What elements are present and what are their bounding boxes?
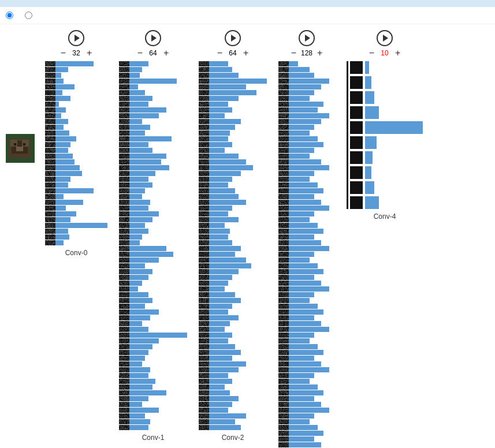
bar-row — [129, 125, 187, 130]
bar-row — [129, 309, 187, 315]
stepper-minus-2[interactable]: − — [216, 48, 224, 58]
bar-row — [129, 350, 187, 355]
filter-thumb — [278, 384, 289, 390]
bar-row — [289, 246, 335, 251]
bar-row — [209, 130, 267, 136]
filter-thumb — [278, 177, 289, 182]
bar-fill — [289, 61, 298, 66]
bar-row — [209, 194, 267, 199]
bar-fill — [129, 321, 142, 326]
filter-thumb — [119, 182, 129, 188]
bar-fill — [289, 136, 318, 141]
bar-fill — [129, 413, 145, 419]
stepper-plus-1[interactable]: + — [162, 48, 170, 58]
filter-thumb — [278, 269, 289, 274]
filter-thumb — [199, 61, 209, 66]
bar-row — [55, 194, 107, 199]
stepper-minus-1[interactable]: − — [136, 48, 144, 58]
filter-thumb — [278, 373, 289, 378]
bar-fill — [209, 217, 239, 222]
bar-row — [55, 223, 107, 228]
bar-row — [209, 200, 267, 205]
play-button-0[interactable] — [68, 30, 84, 46]
bar-row — [289, 338, 335, 344]
bar-row — [209, 102, 267, 107]
filter-thumb — [199, 350, 209, 355]
activation-sum-option[interactable] — [6, 12, 16, 19]
bar-fill — [55, 188, 94, 193]
bar-fill — [129, 298, 152, 303]
bar-fill — [55, 119, 68, 124]
bar-fill — [55, 165, 80, 170]
bar-row — [209, 246, 267, 251]
filter-thumb — [119, 119, 129, 124]
stepper-plus-2[interactable]: + — [242, 48, 250, 58]
bar-fill — [289, 119, 321, 124]
filter-thumb — [119, 136, 129, 141]
bar-row — [289, 206, 335, 211]
bar-fill — [55, 206, 66, 211]
filter-thumb — [278, 425, 289, 430]
filter-thumb — [199, 206, 209, 211]
bar-fill — [209, 61, 228, 66]
bar-fill — [289, 252, 314, 257]
bars-col-3 — [289, 61, 335, 448]
bar-row — [55, 182, 107, 188]
stepper-plus-4[interactable]: + — [394, 48, 401, 58]
filter-thumb — [199, 315, 209, 320]
filter-thumb — [199, 154, 209, 159]
bar-fill — [209, 281, 228, 286]
play-button-2[interactable] — [225, 30, 241, 46]
stepper-minus-0[interactable]: − — [59, 48, 67, 58]
filter-thumb — [199, 304, 209, 309]
bar-row — [289, 269, 335, 274]
bar-row — [55, 136, 107, 141]
conv4-bar-row — [350, 106, 423, 119]
filter-thumb — [45, 125, 55, 130]
bar-fill — [289, 390, 323, 395]
bar-row — [129, 96, 187, 101]
bar-row — [55, 229, 107, 234]
bar-row — [289, 96, 335, 101]
bar-fill — [55, 177, 70, 182]
bar-fill — [209, 425, 241, 430]
filter-square — [350, 181, 363, 194]
bar-fill — [129, 84, 138, 89]
filter-gradient-option[interactable] — [25, 12, 35, 19]
stepper-minus-4[interactable]: − — [368, 48, 375, 58]
bar-row — [209, 275, 267, 280]
filter-thumb — [119, 252, 129, 257]
bar-fill — [55, 102, 59, 107]
bar-fill — [55, 240, 64, 245]
stepper-plus-0[interactable]: + — [85, 48, 93, 58]
stepper-plus-3[interactable]: + — [316, 48, 323, 58]
bar-row — [289, 107, 335, 113]
bar-row — [55, 154, 107, 159]
play-button-3[interactable] — [299, 30, 315, 46]
filter-thumb — [278, 107, 289, 113]
play-button-4[interactable] — [377, 30, 393, 46]
bar-fill — [365, 181, 374, 194]
filter-thumb — [199, 333, 209, 338]
filter-thumb — [278, 148, 289, 153]
play-button-1[interactable] — [145, 30, 161, 46]
filter-thumb — [199, 321, 209, 326]
bar-fill — [55, 107, 66, 113]
bar-fill — [209, 419, 235, 424]
filter-thumb — [119, 217, 129, 222]
bar-fill — [365, 196, 379, 209]
bar-fill — [209, 333, 232, 338]
bar-fill — [289, 286, 329, 292]
stepper-minus-3[interactable]: − — [290, 48, 297, 58]
filter-thumb — [119, 367, 129, 372]
bar-row — [209, 356, 267, 361]
filter-thumb — [199, 240, 209, 245]
bar-row — [289, 73, 335, 78]
bar-row — [129, 217, 187, 222]
bar-row — [289, 102, 335, 107]
bar-fill — [129, 425, 148, 430]
bar-fill — [55, 217, 70, 222]
filter-thumb — [199, 79, 209, 84]
bar-fill — [129, 102, 148, 107]
filter-thumb — [199, 200, 209, 205]
